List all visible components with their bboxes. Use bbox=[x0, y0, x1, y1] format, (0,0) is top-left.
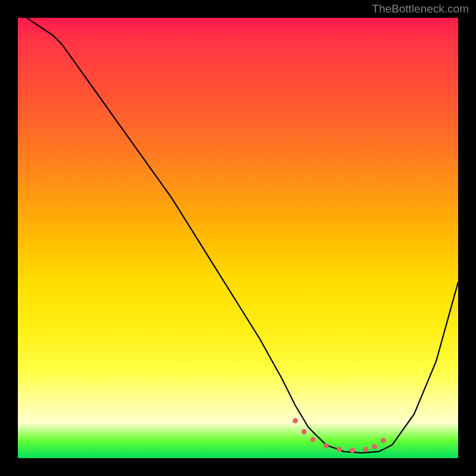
marker-dot bbox=[350, 447, 355, 453]
marker-dot bbox=[310, 437, 315, 442]
marker-dot bbox=[293, 418, 298, 424]
bottleneck-curve-path bbox=[18, 18, 458, 453]
marker-dot bbox=[381, 438, 386, 443]
marker-dot bbox=[324, 443, 329, 449]
marker-dot bbox=[372, 444, 377, 449]
marker-dot bbox=[363, 447, 368, 452]
marker-dot bbox=[302, 429, 307, 434]
marker-dot bbox=[337, 447, 342, 452]
chart-area bbox=[18, 18, 458, 458]
chart-svg bbox=[18, 18, 458, 458]
watermark-text: TheBottleneck.com bbox=[372, 2, 469, 15]
